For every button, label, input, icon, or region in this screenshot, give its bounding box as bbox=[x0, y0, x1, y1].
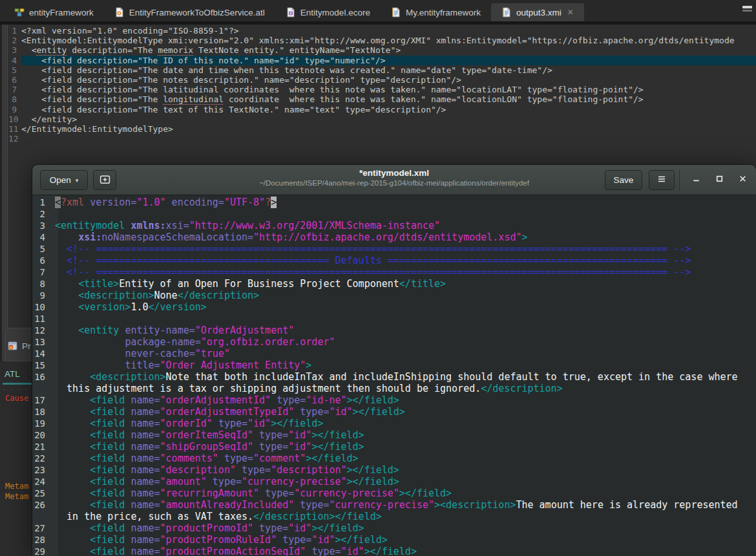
line-number: 11 bbox=[8, 124, 21, 134]
line-number: 8 bbox=[8, 94, 21, 104]
line-number: 27 bbox=[32, 522, 52, 534]
console-icon bbox=[8, 341, 18, 351]
code-line: 10 <version>1.0</version> bbox=[32, 301, 756, 313]
eclipse-editor-tabbar: entityFrameworkEntityFrameworkToOfbizSer… bbox=[0, 0, 756, 25]
gedit-code-area: 1<?xml version="1.0" encoding="UTF-8"?>2… bbox=[32, 197, 756, 556]
editor-tab-output3-xmi[interactable]: output3.xmi✕ bbox=[491, 3, 584, 21]
chevron-down-icon: ▾ bbox=[76, 177, 79, 184]
line-number: 1 bbox=[8, 26, 21, 36]
code-line: 29 <field name="productPromoActionSeqId"… bbox=[32, 546, 756, 556]
line-number: 4 bbox=[32, 231, 52, 243]
line-number: 21 bbox=[32, 441, 52, 453]
code-line: 8 <field description="The longitudinal c… bbox=[8, 94, 756, 104]
save-button[interactable]: Save bbox=[605, 170, 642, 190]
maximize-button[interactable] bbox=[708, 170, 730, 190]
code-line: 1<?xml version="1.0" encoding="ISO-8859-… bbox=[8, 26, 756, 36]
code-line: 5 <!-- =================================… bbox=[32, 243, 756, 255]
ecore-file-icon bbox=[286, 7, 296, 17]
tab-label: EntityFrameworkToOfbizService.atl bbox=[129, 8, 265, 17]
model-icon bbox=[14, 7, 25, 17]
code-line: 7 <field description="The latitudinal co… bbox=[8, 85, 756, 94]
console-toolbar-fragment: - - - - bbox=[3, 386, 30, 392]
line-number: 23 bbox=[32, 464, 52, 476]
line-number: 24 bbox=[32, 476, 52, 487]
code-line: 6 <!-- =================================… bbox=[32, 255, 756, 266]
code-line: this adjustment is a tax or shipping adj… bbox=[32, 383, 756, 394]
window-close-icon bbox=[738, 174, 748, 186]
line-number bbox=[32, 511, 52, 522]
line-number: 7 bbox=[8, 85, 21, 94]
gedit-title-block: *entitymodel.xml ~/Documents/ISEP/4ano/m… bbox=[162, 168, 627, 187]
code-line: 4 xsi:noNamespaceSchemaLocation="http://… bbox=[32, 231, 756, 243]
code-line: 28 <field name="productPromoRuleId" type… bbox=[32, 534, 756, 546]
save-button-label: Save bbox=[614, 175, 634, 185]
line-number: 10 bbox=[8, 114, 21, 124]
code-line: 3 <entity description="The memorix TextN… bbox=[8, 45, 756, 55]
code-line: in the price, such as VAT taxes.</descri… bbox=[32, 511, 756, 522]
gedit-window: Open ▾ *entitymodel.xml ~/Documents/ISEP… bbox=[32, 165, 756, 556]
line-number: 11 bbox=[32, 313, 52, 325]
console-tab-atl[interactable]: ATL bbox=[5, 369, 20, 379]
code-line: 18 <field name="orderAdjustmentTypeId" t… bbox=[32, 406, 756, 418]
line-number: 1 bbox=[32, 197, 52, 208]
code-line: 2 bbox=[32, 208, 756, 220]
code-line: 26 <field name="amountAlreadyIncluded" t… bbox=[32, 499, 756, 511]
line-number: 2 bbox=[8, 36, 21, 45]
minimize-button[interactable] bbox=[685, 170, 707, 190]
text-file-icon bbox=[391, 7, 401, 17]
tabbar-bottom-strip bbox=[0, 21, 756, 25]
line-number: 20 bbox=[32, 429, 52, 441]
line-number bbox=[32, 383, 52, 394]
desktop-screen: 1<?xml version="1.0" encoding="ISO-8859-… bbox=[0, 0, 756, 556]
close-button[interactable] bbox=[731, 170, 753, 190]
line-number: 2 bbox=[32, 208, 52, 220]
line-number: 12 bbox=[32, 325, 52, 336]
editor-tab-entitymodel-ecore[interactable]: Entitymodel.ecore bbox=[275, 3, 381, 21]
open-button[interactable]: Open ▾ bbox=[40, 170, 88, 190]
menu-button[interactable] bbox=[649, 170, 675, 190]
code-line: 7 <!-- =================================… bbox=[32, 266, 756, 278]
line-number: 14 bbox=[32, 348, 52, 359]
line-number: 3 bbox=[8, 45, 21, 55]
text-file-icon bbox=[501, 7, 512, 17]
code-line: 27 <field name="productPromoId" type="id… bbox=[32, 522, 756, 534]
code-line: 17 <field name="orderAdjustmentId" type=… bbox=[32, 394, 756, 406]
editor-tab-entityframework[interactable]: entityFramework bbox=[4, 3, 104, 21]
code-line: 2<Entitymodel:EntitymodelType xmi:versio… bbox=[8, 36, 756, 45]
window-maximize-icon bbox=[715, 174, 724, 186]
code-line: 1<?xml version="1.0" encoding="UTF-8"?> bbox=[32, 197, 756, 208]
line-number: 12 bbox=[8, 134, 21, 144]
gedit-text-area[interactable]: 1<?xml version="1.0" encoding="UTF-8"?>2… bbox=[32, 195, 756, 556]
code-line: 4 <field description="The ID of this not… bbox=[8, 56, 756, 65]
gedit-headerbar[interactable]: Open ▾ *entitymodel.xml ~/Documents/ISEP… bbox=[32, 165, 756, 195]
line-number: 19 bbox=[32, 418, 52, 429]
editor-tab-my-entityframework[interactable]: My.entityframework bbox=[381, 3, 491, 21]
new-document-button[interactable] bbox=[93, 170, 116, 190]
restore-view-icon[interactable] bbox=[742, 6, 752, 12]
code-line: 3<entitymodel xmlns:xsi="http://www.w3.o… bbox=[32, 220, 756, 231]
new-document-icon bbox=[100, 174, 110, 187]
console-warning-text: Metam bbox=[5, 482, 28, 491]
line-number: 9 bbox=[32, 290, 52, 301]
line-number: 29 bbox=[32, 546, 52, 556]
code-line: 10 </entity> bbox=[8, 114, 756, 124]
console-view-tab-label: Pr bbox=[22, 341, 31, 351]
code-line: 11 bbox=[32, 313, 756, 325]
hamburger-menu-icon bbox=[656, 174, 667, 186]
code-line: 9 <description>None</description> bbox=[32, 290, 756, 301]
code-line: 13 package-name="org.ofbiz.order.order" bbox=[32, 336, 756, 348]
close-tab-icon[interactable]: ✕ bbox=[567, 8, 574, 16]
line-number: 26 bbox=[32, 499, 52, 511]
line-number: 17 bbox=[32, 394, 52, 406]
code-line: 11</Entitymodel:EntitymodelType> bbox=[8, 124, 756, 134]
code-line: 6 <field description="The notes descript… bbox=[8, 75, 756, 85]
editor-tab-entityframeworktoofbizservice-atl[interactable]: EntityFrameworkToOfbizService.atl bbox=[104, 3, 275, 21]
code-line: 5 <field description="The date and time … bbox=[8, 65, 756, 75]
line-number: 6 bbox=[8, 75, 21, 85]
code-line: 21 <field name="shipGroupSeqId" type="id… bbox=[32, 441, 756, 453]
console-view-tab[interactable]: Pr bbox=[8, 341, 31, 351]
console-tab-underline bbox=[3, 383, 32, 385]
line-number: 13 bbox=[32, 336, 52, 348]
code-line: 12 bbox=[8, 134, 756, 144]
line-number: 15 bbox=[32, 359, 52, 371]
